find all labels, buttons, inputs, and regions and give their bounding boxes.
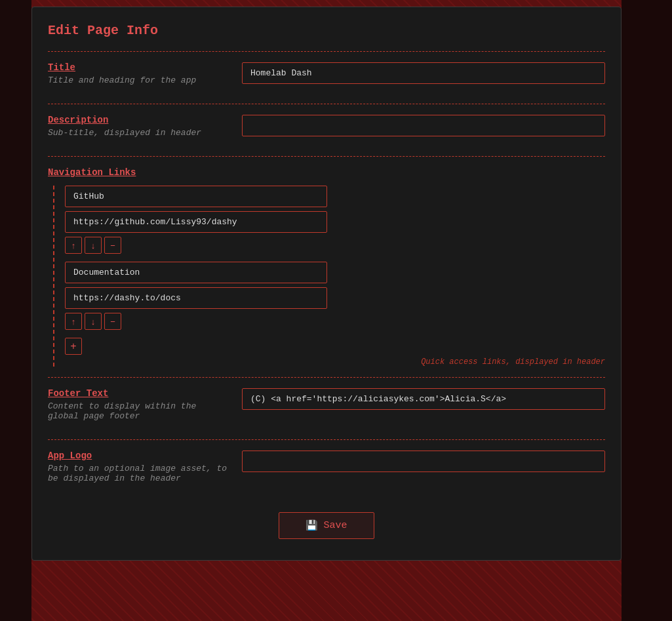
nav-item-1-name[interactable] [65,186,327,207]
nav-item-2-controls: ↑ ↓ − [65,313,605,330]
app-logo-section: App Logo Path to an optional image asset… [48,439,605,502]
description-input[interactable] [242,115,605,136]
nav-item-2-remove[interactable]: − [104,313,121,330]
footer-text-label[interactable]: Footer Text [48,388,231,399]
save-label: Save [323,520,347,531]
edit-page-info-modal: Edit Page Info Title Title and heading f… [31,7,622,561]
nav-item-1-up[interactable]: ↑ [65,237,82,254]
description-label[interactable]: Description [48,115,231,125]
description-section: Description Sub-title, displayed in head… [48,104,605,156]
sidebar [0,0,31,621]
nav-item-1-url[interactable] [65,211,327,233]
nav-item-2-url[interactable] [65,287,327,309]
navigation-links-label[interactable]: Navigation Links [48,167,605,178]
nav-item-1: ↑ ↓ − [65,186,605,254]
right-panel [622,0,672,621]
footer-text-input[interactable] [242,388,605,410]
save-button[interactable]: 💾 Save [279,512,374,539]
nav-item-1-controls: ↑ ↓ − [65,237,605,254]
description-desc: Sub-title, displayed in header [48,128,231,138]
title-label[interactable]: Title [48,62,231,73]
nav-item-1-down[interactable]: ↓ [85,237,102,254]
title-input[interactable] [242,62,605,84]
save-section: 💾 Save [48,502,605,544]
navigation-links-hint: Quick access links, displayed in header [65,357,605,367]
modal-title: Edit Page Info [48,23,605,38]
nav-item-2-name[interactable] [65,262,327,283]
navigation-links-section: Navigation Links ↑ ↓ − ↑ ↓ − [48,156,605,377]
add-nav-link-button[interactable]: + [65,338,82,355]
title-description: Title and heading for the app [48,75,231,85]
nav-item-2-down[interactable]: ↓ [85,313,102,330]
save-icon: 💾 [306,519,318,532]
app-logo-label[interactable]: App Logo [48,451,231,461]
nav-item-2-up[interactable]: ↑ [65,313,82,330]
nav-item-1-remove[interactable]: − [104,237,121,254]
title-section: Title Title and heading for the app [48,51,605,104]
navigation-links-inner: ↑ ↓ − ↑ ↓ − + Quick access links, displa… [53,186,605,367]
nav-item-2: ↑ ↓ − [65,262,605,330]
app-logo-input[interactable] [242,451,605,472]
footer-text-section: Footer Text Content to display within th… [48,377,605,439]
footer-text-description: Content to display within the global pag… [48,401,231,421]
app-logo-description: Path to an optional image asset, to be d… [48,464,231,483]
